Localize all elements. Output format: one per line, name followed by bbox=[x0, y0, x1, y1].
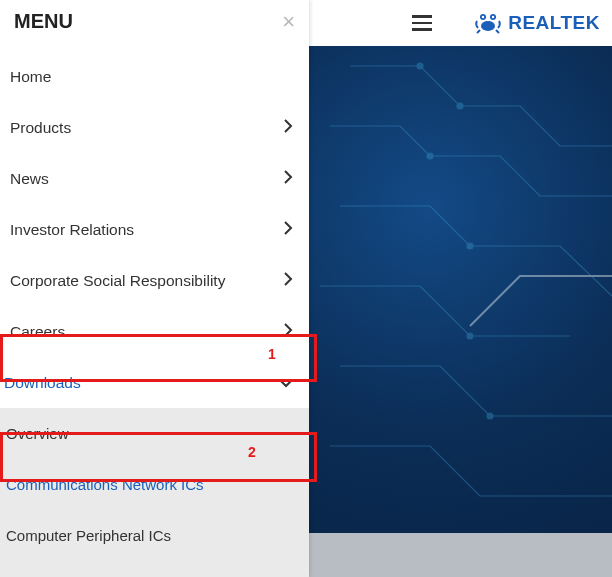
svg-point-9 bbox=[467, 333, 473, 339]
chevron-down-icon bbox=[279, 374, 293, 392]
chevron-right-icon bbox=[284, 272, 293, 290]
submenu-item-label: Computer Peripheral ICs bbox=[6, 527, 171, 544]
menu-item-home[interactable]: Home bbox=[0, 51, 309, 102]
brand-text: REALTEK bbox=[508, 12, 600, 34]
menu-item-label: News bbox=[10, 170, 49, 188]
svg-point-3 bbox=[482, 16, 484, 18]
submenu-item-multimedia-ics[interactable]: Multimedia ICs bbox=[0, 561, 309, 577]
annotation-label-2: 2 bbox=[248, 444, 256, 460]
menu-item-csr[interactable]: Corporate Social Responsibility bbox=[0, 255, 309, 306]
submenu-item-communications-network-ics[interactable]: Communications Network ICs bbox=[0, 459, 309, 510]
menu-item-label: Investor Relations bbox=[10, 221, 134, 239]
menu-list: Home Products News Investor Relations bbox=[0, 51, 309, 577]
annotation-label-1: 1 bbox=[268, 346, 276, 362]
submenu-item-computer-peripheral-ics[interactable]: Computer Peripheral ICs bbox=[0, 510, 309, 561]
menu-item-label: Home bbox=[10, 68, 51, 86]
svg-point-0 bbox=[481, 21, 495, 31]
menu-item-label: Corporate Social Responsibility bbox=[10, 272, 225, 290]
side-menu: MENU × Home Products News Investor Relat… bbox=[0, 0, 309, 577]
menu-item-careers[interactable]: Careers bbox=[0, 306, 309, 357]
submenu-item-label: Overview bbox=[6, 425, 69, 442]
crab-icon bbox=[474, 11, 502, 35]
chevron-right-icon bbox=[284, 323, 293, 341]
svg-point-6 bbox=[457, 103, 463, 109]
menu-item-investor-relations[interactable]: Investor Relations bbox=[0, 204, 309, 255]
svg-point-7 bbox=[427, 153, 433, 159]
menu-item-label: Downloads bbox=[4, 374, 81, 392]
hamburger-icon[interactable] bbox=[412, 15, 432, 31]
brand-logo[interactable]: REALTEK bbox=[474, 11, 600, 35]
menu-item-products[interactable]: Products bbox=[0, 102, 309, 153]
submenu-item-overview[interactable]: Overview bbox=[0, 408, 309, 459]
chevron-right-icon bbox=[284, 221, 293, 239]
app-root: REALTEK bbox=[0, 0, 612, 577]
close-icon[interactable]: × bbox=[282, 11, 295, 33]
menu-item-label: Products bbox=[10, 119, 71, 137]
svg-point-4 bbox=[492, 16, 494, 18]
menu-item-label: Careers bbox=[10, 323, 65, 341]
chevron-right-icon bbox=[284, 170, 293, 188]
menu-item-news[interactable]: News bbox=[0, 153, 309, 204]
menu-header: MENU × bbox=[0, 0, 309, 51]
svg-point-10 bbox=[487, 413, 493, 419]
menu-item-downloads[interactable]: Downloads bbox=[0, 357, 309, 408]
chevron-right-icon bbox=[284, 119, 293, 137]
submenu-item-label: Communications Network ICs bbox=[6, 476, 204, 493]
menu-title: MENU bbox=[14, 10, 73, 33]
submenu-downloads: Overview Communications Network ICs Comp… bbox=[0, 408, 309, 577]
svg-point-5 bbox=[417, 63, 423, 69]
svg-point-8 bbox=[467, 243, 473, 249]
